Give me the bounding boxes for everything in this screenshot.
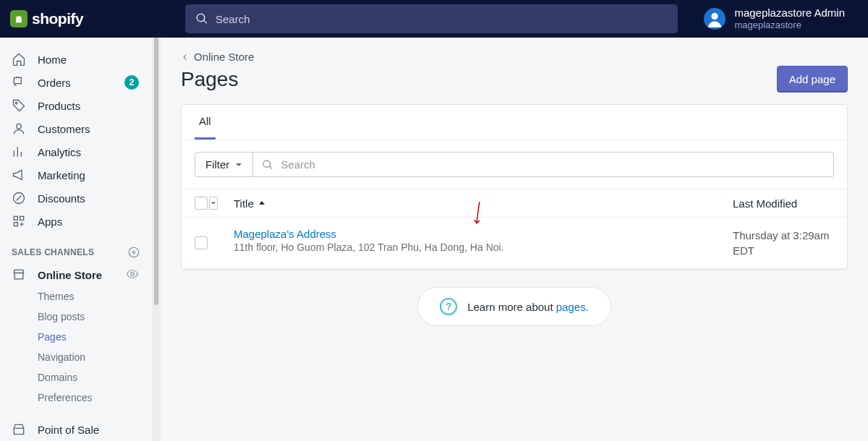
svg-rect-5 bbox=[14, 216, 17, 220]
subnav-navigation[interactable]: Navigation bbox=[0, 347, 152, 367]
row-subtitle: 11th floor, Ho Guom Plaza, 102 Tran Phu,… bbox=[234, 241, 733, 253]
brand-name: shopify bbox=[32, 10, 83, 27]
global-search-input[interactable] bbox=[216, 13, 668, 25]
apps-icon bbox=[12, 214, 26, 228]
nav-label: Orders bbox=[38, 77, 71, 89]
search-icon bbox=[262, 159, 273, 171]
add-channel-icon[interactable] bbox=[127, 246, 140, 259]
filter-search-input[interactable] bbox=[281, 158, 825, 171]
learn-prefix: Learn more about bbox=[467, 301, 556, 313]
subnav-blog[interactable]: Blog posts bbox=[0, 307, 152, 327]
svg-point-2 bbox=[15, 102, 17, 104]
user-secondary: mageplazastore bbox=[734, 20, 845, 31]
column-title-label: Title bbox=[234, 197, 254, 210]
tab-all[interactable]: All bbox=[195, 105, 216, 140]
orders-badge: 2 bbox=[124, 75, 139, 90]
shopify-bag-icon bbox=[10, 10, 27, 27]
breadcrumb-label: Online Store bbox=[194, 51, 254, 63]
sort-asc-icon bbox=[258, 200, 265, 207]
caret-down-icon bbox=[235, 161, 242, 168]
avatar bbox=[704, 8, 726, 30]
subnav-domains[interactable]: Domains bbox=[0, 367, 152, 388]
column-modified[interactable]: Last Modified bbox=[733, 197, 834, 210]
top-bar: shopify mageplazastore Admin mageplazast… bbox=[0, 0, 868, 38]
select-menu-caret[interactable] bbox=[209, 197, 218, 210]
user-names: mageplazastore Admin mageplazastore bbox=[734, 7, 845, 31]
home-icon bbox=[12, 52, 26, 67]
user-menu[interactable]: mageplazastore Admin mageplazastore bbox=[704, 7, 868, 31]
chart-icon bbox=[12, 145, 26, 159]
user-primary: mageplazastore Admin bbox=[734, 7, 845, 20]
breadcrumb-back[interactable]: Online Store bbox=[181, 51, 848, 63]
nav-discounts[interactable]: Discounts bbox=[0, 187, 152, 210]
svg-point-9 bbox=[131, 272, 135, 275]
nav-products[interactable]: Products bbox=[0, 94, 152, 117]
scrollbar-thumb[interactable] bbox=[154, 38, 158, 305]
main-content: Online Store Pages Add page All Filter bbox=[161, 38, 868, 441]
global-search[interactable] bbox=[185, 4, 678, 33]
sidebar-scrollbar[interactable] bbox=[152, 38, 161, 441]
filter-label: Filter bbox=[205, 158, 229, 171]
nav-label: Home bbox=[38, 53, 67, 66]
svg-rect-7 bbox=[14, 223, 17, 226]
search-icon bbox=[195, 12, 208, 25]
nav-analytics[interactable]: Analytics bbox=[0, 140, 152, 163]
help-icon: ? bbox=[440, 298, 457, 315]
svg-point-3 bbox=[17, 124, 22, 129]
nav-label: Discounts bbox=[38, 192, 85, 205]
nav-label: Customers bbox=[38, 123, 90, 135]
nav-label: Products bbox=[38, 100, 80, 112]
nav-label: Marketing bbox=[38, 169, 85, 181]
pos-icon bbox=[12, 422, 26, 437]
nav-label: Apps bbox=[38, 215, 62, 228]
column-title[interactable]: Title bbox=[234, 197, 733, 210]
filter-button[interactable]: Filter bbox=[195, 152, 253, 177]
subnav-themes[interactable]: Themes bbox=[0, 286, 152, 307]
nav-apps[interactable]: Apps bbox=[0, 210, 152, 233]
section-sales-channels: SALES CHANNELS bbox=[0, 233, 152, 263]
subnav-preferences[interactable]: Preferences bbox=[0, 388, 152, 408]
learn-link[interactable]: pages. bbox=[556, 301, 589, 313]
svg-rect-6 bbox=[20, 216, 24, 220]
person-icon bbox=[12, 121, 26, 136]
nav-home[interactable]: Home bbox=[0, 48, 152, 71]
nav-label: Online Store bbox=[38, 269, 102, 281]
tag-icon bbox=[12, 98, 26, 113]
nav-label: Point of Sale bbox=[38, 424, 99, 436]
nav-label: Analytics bbox=[38, 146, 81, 158]
add-page-button[interactable]: Add page bbox=[777, 66, 848, 93]
chevron-left-icon bbox=[181, 53, 190, 61]
view-store-icon[interactable] bbox=[126, 267, 139, 283]
row-title-link[interactable]: Mageplaza's Address bbox=[234, 228, 733, 240]
nav-online-store[interactable]: Online Store bbox=[0, 263, 152, 286]
megaphone-icon bbox=[12, 168, 26, 182]
page-title: Pages bbox=[181, 68, 238, 91]
nav-customers[interactable]: Customers bbox=[0, 117, 152, 140]
filter-search[interactable] bbox=[253, 152, 834, 177]
pages-card: All Filter bbox=[181, 104, 848, 270]
table-row: Mageplaza's Address 11th floor, Ho Guom … bbox=[182, 218, 847, 269]
svg-point-1 bbox=[712, 13, 718, 20]
orders-icon bbox=[12, 75, 26, 90]
nav-pos[interactable]: Point of Sale bbox=[0, 418, 152, 441]
select-all-checkbox[interactable] bbox=[195, 197, 208, 210]
subnav-pages[interactable]: Pages bbox=[0, 327, 152, 347]
row-checkbox[interactable] bbox=[195, 236, 208, 249]
sidebar: Home Orders 2 Products Customers Analyti… bbox=[0, 38, 152, 441]
nav-marketing[interactable]: Marketing bbox=[0, 163, 152, 187]
learn-more-box: ? Learn more about pages. bbox=[417, 287, 611, 326]
nav-orders[interactable]: Orders 2 bbox=[0, 71, 152, 94]
section-label-text: SALES CHANNELS bbox=[12, 247, 94, 257]
brand-logo[interactable]: shopify bbox=[0, 10, 185, 27]
global-search-wrap bbox=[185, 0, 704, 39]
discount-icon bbox=[12, 191, 26, 205]
row-modified: Thursday at 3:29am EDT bbox=[733, 228, 834, 258]
table-header: Title Last Modified bbox=[182, 189, 847, 218]
store-icon bbox=[12, 267, 26, 282]
